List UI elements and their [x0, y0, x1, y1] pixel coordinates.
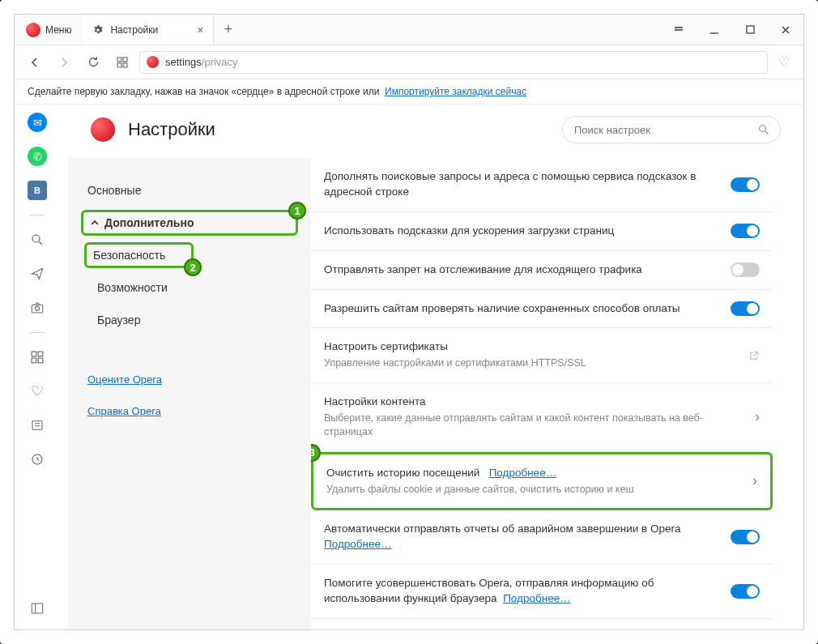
sidebar-link-rate-opera[interactable]: Оцените Opera: [81, 367, 298, 392]
search-icon: [757, 123, 770, 136]
setting-title: Настроить сертификаты: [324, 339, 735, 355]
learn-more-link[interactable]: Подробнее…: [489, 467, 557, 479]
news-icon: [30, 418, 45, 433]
left-rail: ✉ ✆ B ♡: [15, 104, 60, 629]
setting-payment-methods-check[interactable]: Разрешить сайтам проверять наличие сохра…: [311, 290, 773, 329]
reload-button[interactable]: [81, 50, 105, 75]
settings-search-input[interactable]: [573, 123, 757, 137]
address-bar-row: settings/privacy ♡: [15, 45, 803, 79]
setting-do-not-track[interactable]: Отправлять запрет на отслеживание для ис…: [311, 251, 773, 290]
tab-title: Настройки: [110, 24, 158, 36]
titlebar: Меню Настройки × +: [15, 15, 803, 45]
snapshot-rail-button[interactable]: [28, 298, 47, 318]
vk-button[interactable]: B: [28, 181, 47, 200]
window-collapse-button[interactable]: [661, 15, 697, 45]
messenger-button[interactable]: ✉: [28, 113, 47, 132]
toggle-switch[interactable]: [731, 262, 760, 277]
settings-list: Дополнять поисковые запросы и адреса с п…: [311, 158, 773, 629]
bookmarks-rail-button[interactable]: [28, 348, 47, 367]
vk-icon: B: [28, 181, 47, 200]
svg-rect-14: [32, 603, 43, 613]
toggle-switch[interactable]: [731, 224, 760, 238]
opera-logo-icon: [147, 56, 159, 68]
window-close-button[interactable]: [768, 15, 803, 45]
setting-crash-reports[interactable]: Автоматически отправлять отчеты об авари…: [311, 510, 773, 565]
bookmark-heart-button[interactable]: ♡: [773, 54, 795, 70]
new-tab-button[interactable]: +: [214, 21, 242, 38]
setting-usage-stats[interactable]: Помогите усовершенствовать Opera, отправ…: [311, 565, 773, 619]
search-rail-button[interactable]: [28, 230, 47, 249]
setting-content-settings[interactable]: Настройки контента Выберите, какие данны…: [311, 383, 773, 452]
setting-preload-hints[interactable]: Использовать подсказки для ускорения заг…: [311, 212, 773, 251]
tab-settings[interactable]: Настройки ×: [83, 15, 214, 45]
svg-rect-0: [747, 26, 754, 33]
sidebar-item-advanced[interactable]: Дополнительно 1: [81, 210, 298, 236]
window-maximize-button[interactable]: [732, 15, 768, 45]
svg-rect-3: [117, 63, 121, 67]
external-link-icon: [748, 350, 760, 361]
toggle-switch[interactable]: [731, 584, 760, 599]
setting-certificates[interactable]: Настроить сертификаты Управление настрой…: [311, 328, 773, 382]
rail-separator: [30, 215, 45, 215]
forward-button[interactable]: [52, 50, 76, 75]
news-rail-button[interactable]: [28, 416, 47, 435]
url-protocol: settings: [165, 56, 202, 68]
back-button[interactable]: [23, 50, 47, 75]
setting-clear-browsing-data[interactable]: 3 Очистить историю посещений Подробнее… …: [311, 452, 773, 510]
svg-point-5: [32, 235, 40, 242]
svg-point-15: [760, 126, 766, 132]
sidebar-item-label: Безопасность: [93, 249, 165, 262]
address-bar[interactable]: settings/privacy: [139, 51, 768, 74]
bookmark-hint-bar: Сделайте первую закладку, нажав на значо…: [15, 79, 803, 104]
whatsapp-button[interactable]: ✆: [28, 147, 47, 166]
sidebar-item-label: Дополнительно: [104, 216, 194, 229]
chevron-left-icon: [29, 57, 40, 68]
toggle-switch[interactable]: [731, 177, 760, 192]
sidebar-link-label: Справка Opera: [87, 405, 161, 417]
setting-autocomplete-suggestions[interactable]: Дополнять поисковые запросы и адреса с п…: [311, 158, 773, 212]
sidebar-link-help-opera[interactable]: Справка Opera: [81, 399, 298, 424]
page-title: Настройки: [128, 119, 215, 140]
setting-title: Автоматически отправлять отчеты об авари…: [324, 522, 680, 535]
sidebar-item-browser[interactable]: Браузер: [81, 307, 298, 333]
sidebar-item-basic[interactable]: Основные: [81, 177, 298, 203]
tab-close-button[interactable]: ×: [197, 23, 203, 36]
window-minimize-button[interactable]: [697, 15, 732, 45]
sidebar-item-features[interactable]: Возможности: [81, 275, 298, 301]
reload-icon: [87, 56, 100, 68]
toggle-switch[interactable]: [731, 530, 760, 544]
chevron-right-icon: ›: [752, 472, 757, 489]
sidebar-link-label: Оцените Opera: [87, 373, 162, 386]
setting-title: Помогите усовершенствовать Opera, отправ…: [324, 577, 654, 604]
chevron-up-icon: [90, 218, 100, 228]
settings-search[interactable]: [562, 116, 781, 143]
grid-icon: [31, 351, 44, 364]
sidebar-item-label: Браузер: [97, 313, 140, 326]
sidebar-item-security[interactable]: Безопасность 2: [84, 242, 194, 268]
opera-logo-icon: [91, 117, 115, 142]
maximize-icon: [746, 25, 755, 34]
toggle-switch[interactable]: [731, 301, 760, 316]
svg-point-7: [35, 306, 39, 310]
setting-title: Разрешить сайтам проверять наличие сохра…: [324, 302, 680, 314]
camera-icon: [30, 301, 45, 315]
browser-window: Меню Настройки × +: [14, 14, 804, 630]
learn-more-link[interactable]: Подробнее…: [503, 592, 571, 604]
favorites-rail-button[interactable]: ♡: [28, 382, 47, 401]
sidebar-toggle-button[interactable]: [28, 599, 47, 618]
setting-malware-protection[interactable]: Включить защиту от вредоносных сайтов: [311, 619, 773, 629]
opera-menu-button[interactable]: Меню: [15, 15, 83, 45]
history-rail-button[interactable]: [28, 450, 47, 469]
setting-title: Дополнять поисковые запросы и адреса с п…: [324, 170, 696, 198]
setting-title: Настройки контента: [324, 395, 742, 410]
send-rail-button[interactable]: [28, 264, 47, 284]
speed-dial-button[interactable]: [110, 50, 134, 75]
chevron-right-icon: ›: [755, 408, 760, 425]
grid-icon: [117, 57, 128, 68]
svg-rect-12: [32, 421, 42, 430]
learn-more-link[interactable]: Подробнее…: [324, 538, 392, 550]
clock-icon: [30, 452, 45, 467]
search-icon: [30, 232, 45, 247]
svg-rect-8: [32, 352, 36, 356]
import-bookmarks-link[interactable]: Импортируйте закладки сейчас: [385, 86, 526, 97]
